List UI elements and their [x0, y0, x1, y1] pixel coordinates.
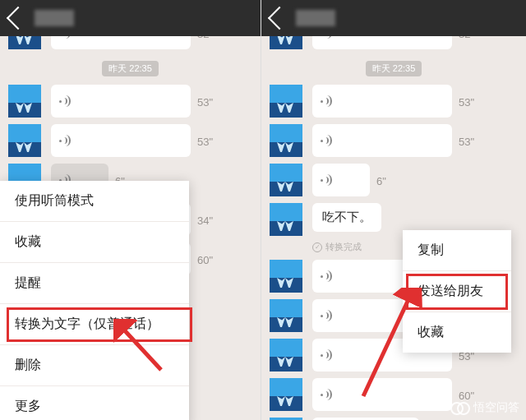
avatar[interactable] [270, 299, 302, 332]
avatar[interactable] [270, 339, 302, 372]
menu-item[interactable]: 删除 [0, 345, 189, 386]
avatar[interactable] [270, 85, 302, 118]
duration: 53" [197, 134, 213, 148]
duration: 60" [197, 252, 213, 266]
sound-icon [61, 95, 72, 107]
avatar[interactable] [270, 378, 302, 411]
voice-msg[interactable] [51, 124, 191, 157]
time-pill: 昨天 22:35 [366, 61, 422, 76]
voice-msg[interactable] [312, 378, 452, 411]
voice-msg[interactable] [51, 85, 191, 118]
topbar [261, 0, 526, 36]
avatar[interactable] [270, 203, 302, 236]
sound-icon [322, 174, 334, 186]
menu-item[interactable]: 收藏 [0, 222, 189, 263]
time-pill: 昨天 22:35 [102, 61, 159, 76]
menu-item[interactable]: 更多 [0, 386, 189, 420]
sound-icon [322, 135, 334, 146]
menu-item[interactable]: 转换为文字（仅普通话） [0, 304, 189, 345]
duration: 53" [197, 95, 213, 108]
check-icon: ✓ [312, 242, 322, 252]
left-screenshot: 32 昨天 22:35 53"53"6"34"60" 使用听筒模式收藏提醒转换为… [0, 0, 261, 420]
duration: 53" [459, 134, 474, 148]
converted-text-bubble[interactable]: 吃不下。 [312, 203, 381, 232]
chat-scroll[interactable]: 32 昨天 22:35 53"53"6" 吃不下。 ✓ 转换完成 34"60"5… [261, 36, 526, 420]
duration: 53" [459, 95, 474, 108]
watermark-logo-icon [450, 402, 468, 413]
sound-icon [322, 349, 334, 361]
sound-icon [322, 389, 334, 400]
voice-msg[interactable] [312, 164, 370, 196]
chat-title-blurred [35, 10, 74, 26]
menu-item[interactable]: 收藏 [403, 312, 511, 353]
menu-item[interactable]: 提醒 [0, 263, 189, 304]
sound-icon [322, 310, 334, 321]
topbar [0, 0, 261, 36]
sound-icon [61, 135, 72, 146]
chat-title-blurred [296, 10, 335, 26]
back-icon[interactable] [268, 7, 291, 30]
context-menu: 复制发送给朋友收藏 [403, 230, 511, 353]
avatar[interactable] [8, 85, 41, 118]
duration: 60" [459, 388, 474, 402]
menu-item[interactable]: 复制 [403, 230, 511, 271]
voice-msg[interactable] [312, 124, 452, 157]
back-icon[interactable] [7, 7, 30, 30]
avatar[interactable] [270, 260, 302, 293]
avatar[interactable] [270, 164, 302, 196]
context-menu: 使用听筒模式收藏提醒转换为文字（仅普通话）删除更多 [0, 181, 189, 420]
right-screenshot: 32 昨天 22:35 53"53"6" 吃不下。 ✓ 转换完成 34"60"5… [261, 0, 526, 420]
watermark: 悟空问答 [450, 400, 519, 415]
avatar[interactable] [270, 124, 302, 157]
menu-item[interactable]: 使用听筒模式 [0, 181, 189, 222]
menu-item[interactable]: 发送给朋友 [403, 271, 511, 312]
duration: 34" [197, 213, 213, 227]
voice-msg[interactable] [312, 85, 452, 118]
duration: 6" [376, 173, 386, 187]
sound-icon [322, 270, 334, 282]
avatar[interactable] [8, 124, 41, 157]
sound-icon [322, 95, 334, 107]
